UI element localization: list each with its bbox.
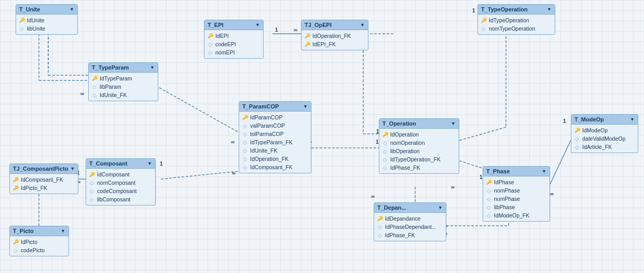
table-header-T_Depan[interactable]: T_Depan... ▼ (374, 203, 446, 213)
diamond-icon: ◇ (89, 197, 94, 202)
field-IdPhase_FK: ◇ IdPhase_FK (379, 163, 459, 172)
field-IdTypeParam: 🔑 IdTypeParam (89, 74, 158, 83)
table-header-T_TypeParam[interactable]: T_TypeParam ▼ (89, 63, 158, 73)
field-IdArticle_FK: ◇ IdArticle_FK (571, 143, 638, 151)
field-codeComposant: ◇ codeComposant (86, 187, 155, 195)
field-numPhase: ◇ numPhase (483, 195, 550, 203)
table-header-T_ParamCOP[interactable]: T_ParamCOP ▼ (239, 102, 311, 112)
table-header-T_TypeOperation[interactable]: T_TypeOperation ▼ (478, 5, 555, 15)
field-nomPhase: ◇ nomPhase (483, 186, 550, 195)
table-T_ModeOp: T_ModeOp ▼ 🔑 IdModeOp ◇ dateValidModeOp … (571, 114, 638, 153)
table-title-T_Depan: T_Depan... (377, 204, 406, 211)
table-T_EPI: T_EPI ▼ 🔑 IdEPI ◇ codeEPI ◇ nomEPI (204, 20, 264, 59)
svg-line-10 (156, 86, 239, 132)
card-phase-1: 1 (479, 174, 483, 180)
dropdown-arrow-T_Composant[interactable]: ▼ (147, 161, 152, 166)
table-title-T_TypeParam: T_TypeParam (92, 64, 129, 71)
svg-line-9 (451, 127, 506, 143)
key-icon: 🔑 (481, 18, 486, 23)
diamond-icon: ◇ (89, 180, 94, 185)
key-icon: 🔑 (19, 18, 24, 23)
field-IdPhaseDependant: ◇ IdPhaseDependant... (374, 223, 446, 231)
card-phase-inf: ∞ (451, 184, 455, 190)
field-IdPicto_FK: 🔑 IdPicto_FK (10, 184, 78, 192)
field-libOperation: ◇ libOperation (379, 147, 459, 155)
svg-line-16 (550, 140, 571, 184)
table-T_Unite: T_Unite ▼ 🔑 IdUnite ◇ libUnite (16, 4, 78, 35)
diamond-icon: ◇ (382, 148, 388, 154)
table-header-T_Operation[interactable]: T_Operation ▼ (379, 119, 459, 129)
field-IdTypeParam_FK: ◇ IdTypeParam_FK (239, 138, 311, 146)
dropdown-arrow-TJ_ComposantPicto[interactable]: ▼ (70, 166, 75, 171)
table-header-T_Composant[interactable]: T_Composant ▼ (86, 159, 155, 169)
field-IdUnite_FK: ◇ IdUnite_FK (89, 91, 158, 99)
card-opepi-inf: ∞ (294, 27, 297, 33)
field-IdUnite_FK2: ◇ IdUnite_FK (239, 146, 311, 155)
key-icon: 🔑 (377, 216, 382, 221)
diamond-icon: ◇ (382, 140, 388, 145)
table-body-T_Phase: 🔑 IdPhase ◇ nomPhase ◇ numPhase ◇ libPha… (483, 176, 550, 221)
field-IdPhase: 🔑 IdPhase (483, 178, 550, 186)
dropdown-arrow-T_ParamCOP[interactable]: ▼ (303, 104, 308, 109)
field-nomComposant: ◇ nomComposant (86, 179, 155, 187)
table-header-T_ModeOp[interactable]: T_ModeOp ▼ (571, 115, 638, 125)
diamond-icon: ◇ (208, 50, 213, 55)
diamond-icon: ◇ (486, 196, 491, 201)
field-codePicto: ◇ codePicto (10, 246, 68, 254)
key-icon: 🔑 (242, 115, 248, 120)
table-header-T_Phase[interactable]: T_Phase ▼ (483, 167, 550, 176)
dropdown-arrow-T_TypeOperation[interactable]: ▼ (547, 7, 552, 12)
card-op-depan-inf: ∞ (371, 194, 375, 199)
key-icon: 🔑 (92, 76, 97, 81)
key-icon: 🔑 (89, 172, 94, 177)
diamond-icon: ◇ (89, 188, 94, 194)
table-title-T_Picto: T_Picto (13, 228, 34, 234)
field-IdDepandance: 🔑 IdDepandance (374, 214, 446, 223)
diamond-icon: ◇ (242, 148, 248, 153)
diamond-icon: ◇ (208, 42, 213, 47)
table-title-TJ_OpEPI: TJ_OpEPI (305, 22, 332, 28)
diamond-icon: ◇ (377, 233, 382, 238)
dropdown-arrow-T_Picto[interactable]: ▼ (61, 228, 65, 234)
field-IdOperation_FK: 🔑 IdOperation_FK (302, 32, 368, 40)
table-header-T_Picto[interactable]: T_Picto ▼ (10, 226, 68, 236)
dropdown-arrow-T_Operation[interactable]: ▼ (451, 121, 456, 126)
dropdown-arrow-T_ModeOp[interactable]: ▼ (630, 117, 635, 122)
table-title-T_ModeOp: T_ModeOp (574, 116, 604, 122)
table-T_TypeParam: T_TypeParam ▼ 🔑 IdTypeParam ◇ libParam ◇… (88, 62, 158, 101)
field-nomTypeOperation: ◇ nomTypeOperation (478, 24, 555, 33)
table-header-TJ_OpEPI[interactable]: TJ_OpEPI ▼ (302, 20, 368, 30)
dropdown-arrow-T_Unite[interactable]: ▼ (70, 7, 74, 12)
table-body-T_Operation: 🔑 IdOperation ◇ nomOperation ◇ libOperat… (379, 129, 459, 173)
key-icon: 🔑 (13, 177, 18, 182)
diamond-icon: ◇ (13, 248, 18, 253)
diamond-icon: ◇ (486, 204, 491, 210)
table-title-T_EPI: T_EPI (208, 22, 224, 28)
dropdown-arrow-T_TypeParam[interactable]: ▼ (150, 65, 155, 70)
field-libUnite: ◇ libUnite (16, 24, 77, 33)
diamond-icon: ◇ (242, 140, 248, 145)
field-IdOperation: 🔑 IdOperation (379, 130, 459, 139)
table-header-T_Unite[interactable]: T_Unite ▼ (16, 5, 77, 15)
field-IdEPI_FK: 🔑 IdEPI_FK (302, 40, 368, 48)
field-IdModeOp_FK: ◇ IdModeOp_FK (483, 211, 550, 220)
card-paramcop-inf: ∞ (231, 139, 235, 145)
field-IdOperation_FK2: ◇ IdOperation_FK (239, 155, 311, 163)
table-T_TypeOperation: T_TypeOperation ▼ 🔑 IdTypeOperation ◇ no… (477, 4, 555, 35)
table-body-T_Depan: 🔑 IdDepandance ◇ IdPhaseDependant... ◇ I… (374, 213, 446, 241)
dropdown-arrow-T_Depan[interactable]: ▼ (438, 205, 443, 210)
field-IdUnite: 🔑 IdUnite (16, 16, 77, 24)
diamond-icon: ◇ (481, 26, 486, 31)
diamond-icon: ◇ (486, 213, 491, 218)
card-typeparam-inf: ∞ (80, 91, 84, 97)
dropdown-arrow-TJ_OpEPI[interactable]: ▼ (360, 22, 365, 28)
table-TJ_OpEPI: TJ_OpEPI ▼ 🔑 IdOperation_FK 🔑 IdEPI_FK (301, 20, 368, 50)
dropdown-arrow-T_EPI[interactable]: ▼ (255, 22, 260, 28)
field-tolParmaCOP: ◇ tolParmaCOP (239, 130, 311, 138)
dropdown-arrow-T_Phase[interactable]: ▼ (542, 169, 546, 174)
table-body-T_TypeOperation: 🔑 IdTypeOperation ◇ nomTypeOperation (478, 15, 555, 34)
table-title-T_Unite: T_Unite (19, 6, 40, 12)
table-title-T_Composant: T_Composant (89, 160, 127, 167)
table-header-T_EPI[interactable]: T_EPI ▼ (204, 20, 263, 30)
table-header-TJ_ComposantPicto[interactable]: TJ_ComposantPicto ▼ (10, 164, 78, 174)
